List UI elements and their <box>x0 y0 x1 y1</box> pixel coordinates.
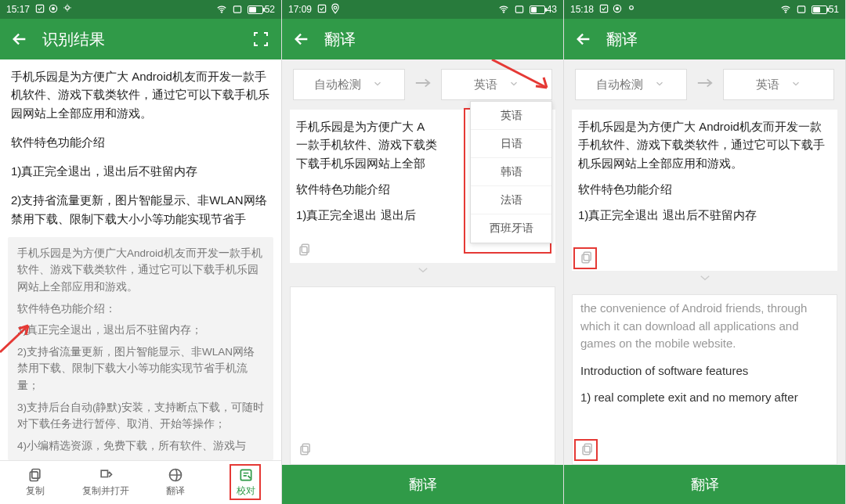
status-bar: 17:09 43 <box>282 0 563 19</box>
output-text-box[interactable] <box>290 286 555 465</box>
chevron-down-icon <box>508 78 519 92</box>
header-title: 翻译 <box>606 29 638 50</box>
target-language-select[interactable]: 英语 英语 日语 韩语 法语 西班牙语 <box>441 69 553 100</box>
out-p2: 1) real complete exit and no memory afte… <box>580 389 829 407</box>
status-time: 15:17 <box>6 4 30 15</box>
tab-copy-label: 复制 <box>26 484 45 498</box>
scan-icon[interactable] <box>251 30 270 49</box>
svg-rect-27 <box>583 446 590 455</box>
svg-rect-6 <box>32 470 40 479</box>
status-time: 15:18 <box>570 4 594 15</box>
svg-rect-14 <box>302 244 309 253</box>
screen-translate-result: 15:18 51 翻译 自动检测 <box>564 0 846 504</box>
bottom-tabs: 复制 复制并打开 翻译 校对 <box>0 460 281 504</box>
source-text-box[interactable]: 手机乐园是为方便广大 Android机友而开发一款手机软件、游戏下载类软件，通过… <box>572 110 837 271</box>
output-text-box[interactable]: the convenience of Android friends, thro… <box>572 294 837 465</box>
panel-p1: 手机乐园是为方便广大Android机友而开发一款手机软件、游戏下载类软件，通过它… <box>17 245 264 296</box>
svg-point-21 <box>629 5 633 9</box>
battery-indicator: 43 <box>530 4 557 15</box>
svg-rect-23 <box>797 6 804 13</box>
status-bar: 15:17 52 <box>0 0 281 19</box>
src-p1: 手机乐园是为方便广大 Android机友而开发一款手机软件、游戏下载类软件，通过… <box>578 117 831 172</box>
lang-option-korean[interactable]: 韩语 <box>471 158 551 186</box>
target-language-label: 英语 <box>474 77 497 92</box>
panel-p5: 3)支持后台自动(静默)安装，支持断点下载，可随时对下载任务进行暂停、取消、开始… <box>17 399 264 433</box>
svg-rect-18 <box>600 5 607 12</box>
tab-proofread-label: 校对 <box>237 484 255 498</box>
svg-point-22 <box>785 12 786 13</box>
status-icons-left <box>34 3 73 16</box>
svg-point-11 <box>334 6 338 9</box>
para-1: 手机乐园是为方便广大 Android机友而开发一款手机软件、游戏下载类软件，通过… <box>11 67 270 122</box>
battery-text: 43 <box>547 4 557 15</box>
card-icon <box>796 4 807 15</box>
tab-copy[interactable]: 复制 <box>0 461 70 504</box>
para-2: 软件特色功能介绍 <box>11 133 270 151</box>
para-3: 1)真正完全退出，退出后不驻留内存 <box>11 162 270 180</box>
svg-rect-10 <box>318 5 325 12</box>
recognized-text: 手机乐园是为方便广大 Android机友而开发一款手机软件、游戏下载类软件，通过… <box>0 59 281 234</box>
svg-point-4 <box>221 12 222 13</box>
source-language-select[interactable]: 自动检测 <box>293 69 405 100</box>
source-language-select[interactable]: 自动检测 <box>575 69 687 100</box>
svg-point-12 <box>503 12 504 13</box>
expand-divider[interactable] <box>564 271 845 288</box>
panel-p4: 2)支持省流量更新，图片智能显示、非WLAN网络禁用下载、限制下载大小等功能实现… <box>17 344 264 394</box>
svg-rect-26 <box>584 444 591 452</box>
copy-icon[interactable] <box>297 441 314 458</box>
status-bar: 15:18 51 <box>564 0 845 19</box>
copy-icon[interactable] <box>296 241 313 258</box>
tab-copy-open-label: 复制并打开 <box>82 484 129 498</box>
svg-point-3 <box>65 5 69 9</box>
wifi-icon <box>216 4 227 15</box>
wifi-icon <box>780 4 791 15</box>
battery-text: 51 <box>829 4 839 15</box>
back-icon[interactable] <box>11 31 28 48</box>
app-header: 翻译 <box>282 19 563 59</box>
src-p2: 软件特色功能介绍 <box>578 180 831 198</box>
language-row: 自动检测 英语 英语 日语 韩语 法语 西班牙语 <box>282 59 563 110</box>
svg-rect-24 <box>584 252 591 261</box>
app-header: 识别结果 <box>0 19 281 59</box>
svg-rect-25 <box>582 254 589 263</box>
expand-divider[interactable] <box>282 263 563 280</box>
screen-recognition-result: 15:17 52 识别结果 手机乐园是为方便广大 Andr <box>0 0 282 504</box>
svg-rect-13 <box>515 6 522 13</box>
card-icon <box>514 4 525 15</box>
copy-icon[interactable] <box>578 249 595 266</box>
lang-option-french[interactable]: 法语 <box>471 186 551 214</box>
panel-p2: 软件特色功能介绍： <box>17 301 264 318</box>
translate-button-label: 翻译 <box>409 475 437 494</box>
copy-icon[interactable] <box>579 441 596 458</box>
status-icons-left <box>598 3 637 16</box>
arrow-right-icon <box>693 77 717 92</box>
svg-rect-5 <box>233 6 240 13</box>
target-language-label: 英语 <box>756 77 779 92</box>
svg-rect-17 <box>301 446 308 455</box>
arrow-right-icon <box>411 77 435 92</box>
back-icon[interactable] <box>293 31 310 48</box>
svg-point-20 <box>616 7 620 10</box>
card-icon <box>232 4 243 15</box>
tab-translate[interactable]: 翻译 <box>141 461 212 504</box>
chevron-down-icon <box>372 78 383 92</box>
tab-copy-open[interactable]: 复制并打开 <box>70 461 141 504</box>
panel-p6: 4)小编精选资源，免费下载，所有软件、游戏与 <box>17 437 264 455</box>
lang-option-japanese[interactable]: 日语 <box>471 130 551 158</box>
tab-translate-label: 翻译 <box>166 484 185 498</box>
translate-button[interactable]: 翻译 <box>282 465 563 504</box>
header-title: 识别结果 <box>42 29 105 50</box>
lang-option-spanish[interactable]: 西班牙语 <box>471 214 551 243</box>
source-language-label: 自动检测 <box>596 77 643 92</box>
svg-point-2 <box>52 7 56 10</box>
tab-proofread[interactable]: 校对 <box>211 461 281 504</box>
lang-option-english[interactable]: 英语 <box>471 102 551 130</box>
translate-button[interactable]: 翻译 <box>564 465 845 504</box>
back-icon[interactable] <box>575 31 592 48</box>
battery-text: 52 <box>265 4 275 15</box>
translate-button-label: 翻译 <box>691 475 719 494</box>
chevron-down-icon <box>790 78 801 92</box>
screen-translate-dropdown: 17:09 43 翻译 自动检测 <box>282 0 564 504</box>
battery-indicator: 52 <box>248 4 275 15</box>
target-language-select[interactable]: 英语 <box>723 69 835 100</box>
